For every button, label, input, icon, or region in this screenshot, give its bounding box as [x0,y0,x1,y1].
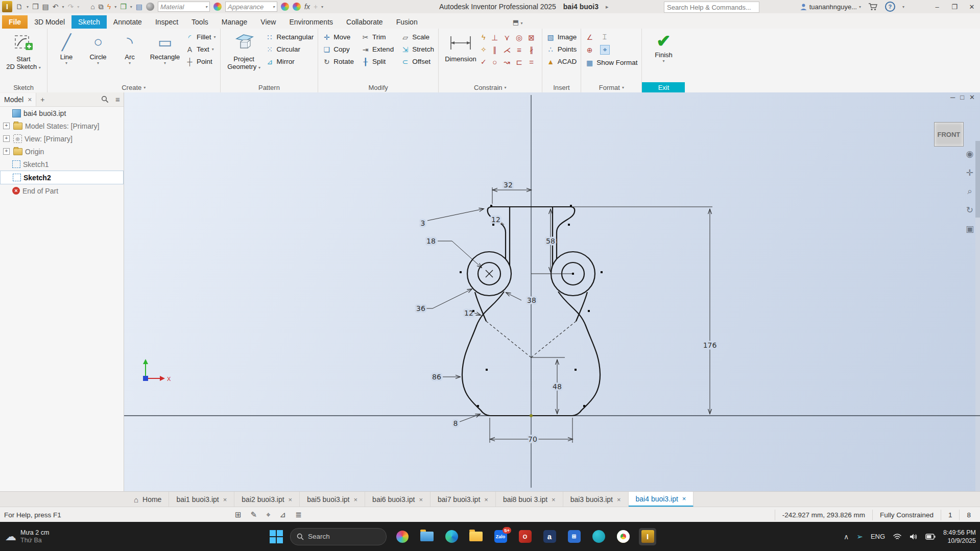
dimension-button[interactable]: Dimension [443,31,479,82]
browser-item-model-states[interactable]: + Model States: [Primary] [0,119,124,132]
auto-dimension-icon[interactable]: ϟ [481,32,487,43]
move-tool[interactable]: ✛Move [322,32,354,42]
center-point-format-icon[interactable]: ⌖ [600,45,610,55]
office-app-icon[interactable]: O [516,528,534,545]
dimension-8[interactable]: 8 [453,414,480,427]
material-ball-icon[interactable] [146,3,154,11]
dimension-display-icon[interactable]: ≣ [295,510,302,519]
parameters-fx-icon[interactable]: fx [304,1,310,12]
tab-close-icon[interactable]: × [484,496,488,504]
browser-item-sketch1[interactable]: Sketch1 [0,158,124,171]
undo-icon[interactable]: ↶ [53,1,59,12]
zalo-app-icon[interactable]: Zalo 5+ [492,528,509,545]
app-icon-a[interactable]: a [541,528,558,545]
centerline-format-icon[interactable]: ⊕ [585,46,594,54]
perpendicular-constraint-icon[interactable]: ⊥ [489,32,501,44]
measure-caret-icon[interactable]: ▾ [130,5,132,9]
circular-pattern-tool[interactable]: ⁙Circular [266,44,314,55]
collinear-constraint-icon[interactable]: ⋌ [501,44,513,56]
taskbar-search[interactable]: Search [290,528,387,545]
panel-label-pattern[interactable]: Pattern [221,82,318,92]
expander-icon[interactable]: + [3,148,10,155]
folder-app-icon[interactable] [467,528,485,545]
fix-constraint-icon[interactable]: ⊠ [525,32,538,44]
edge-app-icon[interactable] [443,528,460,545]
tab-inspect[interactable]: Inspect [149,15,185,29]
slice-graphics-icon[interactable]: ⊿ [280,510,286,519]
update-icon[interactable]: ▤ [136,1,142,12]
help-icon[interactable]: ? [885,2,895,12]
doctab-bai8[interactable]: bai8 buoi 3.ipt× [496,492,563,507]
new-caret-icon[interactable]: ▾ [27,5,29,9]
tab-close-icon[interactable]: × [617,496,621,504]
chrome-app-icon[interactable] [614,528,632,545]
circle-tool[interactable]: ○Circle▾ [83,31,113,82]
battery-icon[interactable] [925,534,936,540]
parallel-constraint-icon[interactable]: ∥ [489,44,501,56]
tab-close-icon[interactable]: × [289,496,293,504]
qat-customize-caret-icon[interactable]: ▾ [321,5,323,9]
doctab-bai2[interactable]: bai2 buoi3.ipt× [234,492,300,507]
tab-tools[interactable]: Tools [185,15,215,29]
driven-dimension-icon[interactable]: ⌶ [600,33,609,41]
doctab-bai7[interactable]: bai7 buoi3.ipt× [431,492,496,507]
panel-label-sketch[interactable]: Sketch [0,82,47,92]
tab-close-icon[interactable]: × [223,496,227,504]
smooth-constraint-icon[interactable]: ↝ [501,56,513,68]
doctab-bai1[interactable]: bai1 buoi3.ipt× [169,492,234,507]
wifi-icon[interactable] [893,533,902,540]
tab-file[interactable]: File [2,15,28,29]
horizontal-constraint-icon[interactable]: ≡ [513,44,525,56]
rotate-tool[interactable]: ↻Rotate [322,56,354,67]
text-tool[interactable]: AText▾ [185,44,216,55]
inventor-app-icon[interactable]: I [639,528,656,545]
panel-label-constrain[interactable]: Constrain▾ [439,82,542,92]
copilot-app-icon[interactable] [394,528,411,545]
qat-add-icon[interactable]: + [314,1,318,12]
material-combo[interactable]: Material ▾ [158,2,210,12]
browser-tab-model[interactable]: Model × [0,93,36,106]
tab-3d-model[interactable]: 3D Model [28,15,71,29]
redo-caret-icon[interactable]: ▾ [77,5,79,9]
dimension-3[interactable]: 3 [420,209,483,227]
minimize-button[interactable]: – [932,3,942,11]
equal-constraint-icon[interactable]: = [525,56,538,68]
panel-label-modify[interactable]: Modify [318,82,438,92]
undo-caret-icon[interactable]: ▾ [62,5,64,9]
account-menu[interactable]: tuananhnguye... ▾ [800,3,861,11]
expander-icon[interactable]: + [3,135,10,142]
show-format-tool[interactable]: ▦ Show Format [585,57,637,68]
insert-acad-tool[interactable]: ▲ACAD [546,56,577,67]
tab-collaborate[interactable]: Collaborate [340,15,390,29]
tab-view[interactable]: View [254,15,282,29]
browser-tab-close-icon[interactable]: × [28,95,32,104]
help-search-box[interactable]: Search Help & Commands... [664,2,759,13]
mirror-tool[interactable]: ⊿Mirror [266,56,314,67]
tab-fusion[interactable]: Fusion [390,15,424,29]
tab-close-icon[interactable]: × [354,496,358,504]
start-button[interactable] [270,530,283,543]
doctab-bai5[interactable]: bai5 buoi3.ipt× [300,492,365,507]
panel-label-format[interactable]: Format▾ [581,82,641,92]
file-explorer-app-icon[interactable] [418,528,436,545]
line-tool[interactable]: ╱Line▾ [52,31,81,82]
cart-icon[interactable] [868,3,878,11]
origin-point[interactable] [530,414,533,417]
language-indicator[interactable]: ENG [871,533,885,540]
extend-tool[interactable]: ⇥Extend [361,44,394,55]
browser-search-icon[interactable] [101,95,109,103]
iproperties-caret-icon[interactable]: ▾ [114,5,116,9]
new-file-icon[interactable]: 🗋 [16,1,23,12]
arc-tool[interactable]: ◝Arc▾ [115,31,145,82]
rectangle-tool[interactable]: ▭Rectangle▾ [147,31,183,82]
rectangular-pattern-tool[interactable]: ∷Rectangular [266,32,314,42]
sketch-edit-icon[interactable]: ✎ [251,510,257,519]
restore-button[interactable]: ❐ [949,3,960,11]
dimension-12-upper[interactable]: 12 [491,215,504,225]
measure-icon[interactable]: ❒ [120,1,127,12]
dimension-176[interactable]: 176 [571,207,716,414]
browser-item-part[interactable]: bai4 buoi3.ipt [0,107,124,119]
browser-item-sketch2[interactable]: Sketch2 [0,171,124,184]
taskbar-clock[interactable]: 8:49:56 PM 10/9/2025 [943,529,976,545]
title-arrow-icon[interactable]: ▸ [606,4,609,10]
